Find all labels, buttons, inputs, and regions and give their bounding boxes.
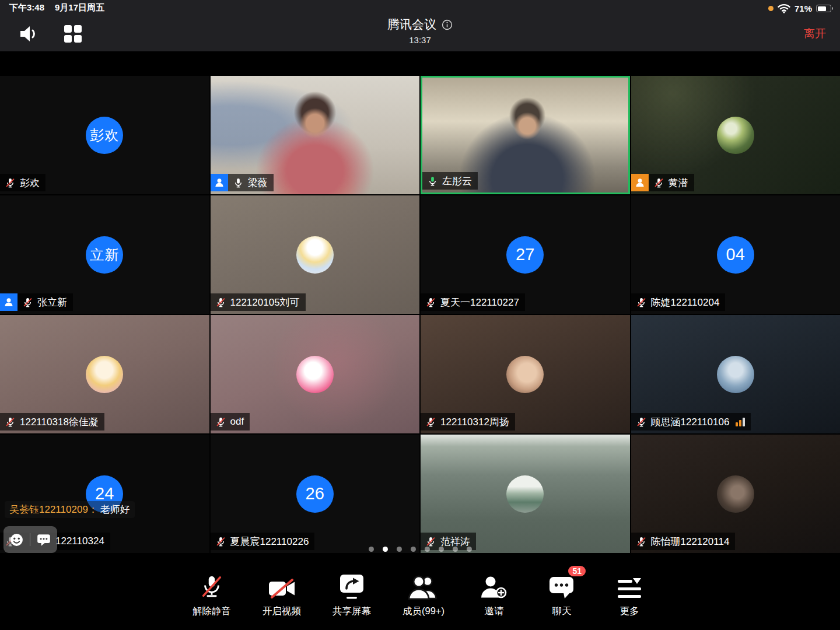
participant-name: 彭欢 <box>20 176 40 190</box>
mic-muted-icon <box>215 416 226 428</box>
share-screen-icon <box>338 573 366 600</box>
avatar <box>717 117 754 154</box>
more-button[interactable]: 更多 <box>611 572 648 618</box>
mic-muted-icon <box>636 416 647 428</box>
participant-tile-huangQian[interactable]: 黄潜 <box>631 76 840 194</box>
avatar <box>717 356 754 393</box>
page-indicator <box>0 547 840 552</box>
participant-name: 122110312周扬 <box>440 415 509 429</box>
mic-muted-icon <box>5 177 16 188</box>
participant-tile-xuJianing[interactable]: 122110318徐佳凝 <box>0 315 209 433</box>
participant-tile-xiaTianyi[interactable]: 27 夏天一122110227 <box>421 195 630 314</box>
mic-muted-icon <box>215 297 226 308</box>
participant-name: 122110318徐佳凝 <box>20 415 99 429</box>
page-dot <box>425 547 430 552</box>
host-badge-person-icon <box>631 174 649 191</box>
invite-icon <box>481 575 508 600</box>
participant-name: 122110324 <box>55 536 104 547</box>
participant-name: 122120105刘可 <box>230 296 300 309</box>
participant-name: 夏天一122110227 <box>440 296 519 309</box>
avatar <box>717 475 754 513</box>
status-time: 下午3:48 <box>9 2 44 13</box>
meeting-screen: 下午3:48 9月17日周五 71% 腾讯会 <box>0 0 840 630</box>
start-video-button[interactable]: 开启视频 <box>262 572 301 618</box>
chat-bubble-icon[interactable] <box>36 532 51 547</box>
avatar: 立新 <box>86 236 123 274</box>
page-dot <box>411 547 416 552</box>
invite-button[interactable]: 邀请 <box>476 572 512 618</box>
camera-muted-icon <box>268 578 296 600</box>
mic-muted-icon <box>22 297 33 308</box>
page-dot-active <box>383 547 388 552</box>
participant-tile-xiaChenchen[interactable]: 26 夏晨宸122110226 <box>211 435 420 553</box>
participant-name: 陈婕122110204 <box>651 296 720 309</box>
participant-tile-chenYishan[interactable]: 陈怡珊122120114 <box>631 435 840 553</box>
battery-icon <box>816 5 833 12</box>
mic-muted-icon <box>425 416 436 428</box>
participant-tile-zuoTongyun[interactable]: 左彤云 <box>421 76 630 194</box>
mic-muted-icon <box>425 536 436 547</box>
wifi-icon <box>778 4 790 13</box>
divider <box>30 533 30 546</box>
members-icon <box>408 574 439 600</box>
participant-tile-guSihan[interactable]: 顾思涵122110106 <box>631 315 840 433</box>
participant-name: 梁薇 <box>248 176 268 190</box>
members-button[interactable]: 成员(99+) <box>402 572 444 618</box>
mic-muted-icon <box>636 536 647 547</box>
avatar <box>86 356 123 393</box>
participant-tile-pengHuan[interactable]: 彭欢 彭欢 <box>0 76 209 194</box>
participant-tile-liuKe[interactable]: 122120105刘可 <box>211 195 420 314</box>
chat-sender: 吴荟钰122110209： <box>9 504 98 515</box>
meeting-elapsed-time: 13:37 <box>0 35 840 45</box>
start-video-label: 开启视频 <box>262 605 301 618</box>
chat-message-overlay: 吴荟钰122110209：老师好 <box>5 501 135 518</box>
host-badge-person-icon <box>211 174 228 191</box>
page-dot <box>467 547 472 552</box>
mic-speaking-icon <box>427 176 438 187</box>
participant-name: odf <box>230 416 244 428</box>
participant-name: 张立新 <box>37 296 67 309</box>
bottom-toolbar: 解除静音 开启视频 共享屏幕 <box>0 572 840 618</box>
invite-label: 邀请 <box>484 605 503 618</box>
share-screen-button[interactable]: 共享屏幕 <box>332 572 371 618</box>
mic-on-icon <box>233 177 244 188</box>
avatar <box>296 236 334 274</box>
leave-button[interactable]: 离开 <box>804 26 826 41</box>
participant-tile-odf[interactable]: odf <box>211 315 420 433</box>
participant-tile-chenJie[interactable]: 04 陈婕122110204 <box>631 195 840 314</box>
participant-tile-zhangLixin[interactable]: 立新 张立新 <box>0 195 209 314</box>
mic-muted-icon <box>636 297 647 308</box>
participant-tile-liangWei[interactable]: 梁薇 <box>211 76 420 194</box>
chat-label: 聊天 <box>552 605 571 618</box>
avatar <box>506 356 544 393</box>
participant-name: 左彤云 <box>442 174 472 188</box>
avatar: 04 <box>717 236 754 274</box>
avatar <box>296 356 334 393</box>
unmute-label: 解除静音 <box>192 605 231 618</box>
status-date: 9月17日周五 <box>55 2 104 13</box>
mic-muted-icon <box>425 297 436 308</box>
status-right: 71% <box>768 4 833 13</box>
share-screen-label: 共享屏幕 <box>332 605 371 618</box>
top-bar: 下午3:48 9月17日周五 71% 腾讯会 <box>0 0 840 51</box>
participant-tile-zhouYang[interactable]: 122110312周扬 <box>421 315 630 433</box>
status-left: 下午3:48 9月17日周五 <box>9 2 104 13</box>
more-label: 更多 <box>620 605 639 618</box>
chat-unread-badge: 51 <box>568 566 586 576</box>
page-dot <box>453 547 458 552</box>
participant-tile-fanXiangtao[interactable]: 范祥涛 <box>421 435 630 553</box>
network-signal-icon <box>736 418 745 426</box>
chat-text: 老师好 <box>100 504 130 515</box>
host-badge-person-icon <box>0 293 18 311</box>
chat-button[interactable]: 51 聊天 <box>544 572 580 618</box>
participant-name: 黄潜 <box>668 176 688 190</box>
participant-tile-122110324[interactable]: 24 吴荟钰122110209：老师好 122110324 <box>0 435 209 553</box>
mic-muted-icon <box>5 416 16 428</box>
unmute-button[interactable]: 解除静音 <box>192 572 231 618</box>
mic-muted-icon <box>200 574 224 600</box>
smiley-icon[interactable] <box>9 533 24 547</box>
more-icon <box>618 578 641 600</box>
avatar <box>506 475 544 513</box>
info-icon[interactable] <box>442 19 453 30</box>
avatar: 27 <box>506 236 544 274</box>
